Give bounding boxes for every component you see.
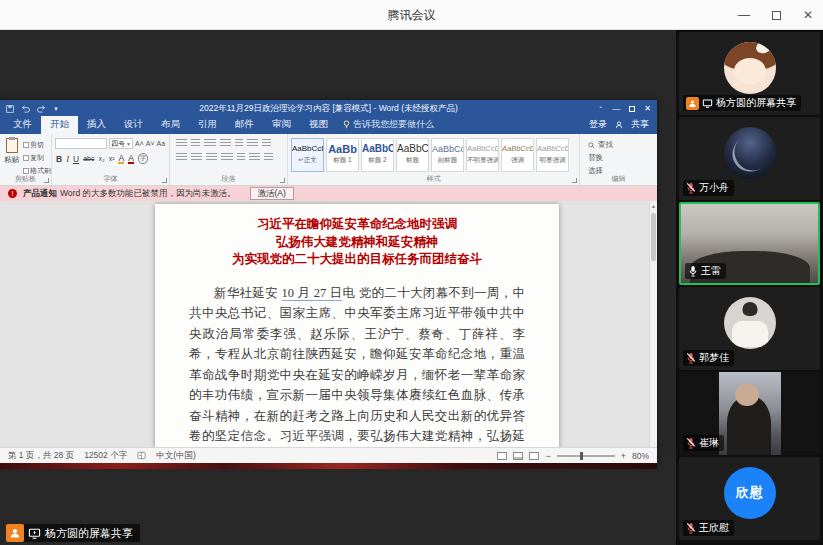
tab-layout[interactable]: 布局 xyxy=(152,116,189,134)
participant-tile[interactable]: 郭梦佳 xyxy=(679,287,820,370)
doc-heading-line3: 为实现党的二十大提出的目标任务而团结奋斗 xyxy=(189,251,525,269)
read-mode-icon[interactable] xyxy=(497,452,507,460)
bullets-icon[interactable] xyxy=(176,139,187,148)
styles-dialog-launcher[interactable] xyxy=(572,178,577,183)
find-button[interactable]: 查找 xyxy=(588,140,657,150)
tab-view[interactable]: 视图 xyxy=(300,116,337,134)
paste-button[interactable]: 粘贴 xyxy=(0,134,23,175)
align-center-icon[interactable] xyxy=(191,153,202,162)
print-layout-icon[interactable] xyxy=(513,452,523,460)
style-heading2[interactable]: AaBbC标题 2 xyxy=(361,138,394,172)
underline-button[interactable]: U xyxy=(73,154,79,164)
increase-indent-icon[interactable] xyxy=(235,139,243,148)
account-area: 登录 共享 xyxy=(589,118,649,134)
align-left-icon[interactable] xyxy=(176,153,187,162)
font-color-button[interactable]: A xyxy=(128,154,134,164)
zoom-out-icon[interactable]: − xyxy=(545,451,550,461)
participant-tile[interactable]: 欣慰 王欣慰 xyxy=(679,457,820,540)
participant-tile-sharing[interactable]: 杨方圆的屏幕共享 xyxy=(679,32,820,115)
notice-title: 产品通知 xyxy=(23,188,57,198)
tell-me-box[interactable]: 告诉我您想要做什么 xyxy=(337,116,440,134)
word-close-icon[interactable]: ✕ xyxy=(644,104,651,113)
web-layout-icon[interactable] xyxy=(529,452,539,460)
sign-in-link[interactable]: 登录 xyxy=(589,118,607,131)
tencent-meeting-window: 腾讯会议 — ✕ ▼ 2022年11月29日政治理论学习内容 [兼容模式] - … xyxy=(0,0,823,545)
page-indicator[interactable]: 第 1 页，共 28 页 xyxy=(8,450,74,462)
editing-group: 查找 替换 选择 编辑 xyxy=(580,134,657,185)
zoom-in-icon[interactable]: + xyxy=(621,451,626,461)
doc-heading-line2: 弘扬伟大建党精神和延安精神 xyxy=(189,234,525,252)
cut-button[interactable]: 剪切 xyxy=(23,140,51,150)
save-icon[interactable] xyxy=(6,105,14,113)
proofing-icon[interactable] xyxy=(137,451,146,460)
paragraph-dialog-launcher[interactable] xyxy=(280,178,285,183)
align-right-icon[interactable] xyxy=(206,153,217,162)
numbering-icon[interactable] xyxy=(191,139,200,148)
participant-tile[interactable]: 崔琳 xyxy=(679,372,820,455)
enclose-characters-button[interactable]: 字 xyxy=(138,153,149,164)
italic-button[interactable]: I xyxy=(66,154,69,164)
share-link[interactable]: 共享 xyxy=(631,118,649,131)
style-subtitle[interactable]: AaBbCc副标题 xyxy=(431,138,464,172)
strikethrough-button[interactable]: abc xyxy=(83,155,94,162)
tab-design[interactable]: 设计 xyxy=(115,116,152,134)
style-intense-emphasis[interactable]: AaBbCcDd明显强调 xyxy=(536,138,569,172)
qat-customize-icon[interactable]: ▼ xyxy=(53,106,59,112)
subscript-button[interactable]: x₂ xyxy=(98,155,104,162)
replace-button[interactable]: 替换 xyxy=(588,153,657,163)
word-minimize-icon[interactable]: — xyxy=(612,104,620,113)
paragraph-group: 段落 xyxy=(170,134,288,185)
word-window: ▼ 2022年11月29日政治理论学习内容 [兼容模式] - Word (未经授… xyxy=(0,100,657,463)
vertical-scrollbar[interactable]: ▲ xyxy=(649,201,657,447)
shading-icon[interactable] xyxy=(249,153,260,162)
style-subtle-emphasis[interactable]: AaBbCcDd不明显强调 xyxy=(466,138,499,172)
word-count[interactable]: 12502 个字 xyxy=(84,450,127,462)
style-title[interactable]: AaBbC标题 xyxy=(396,138,429,172)
scrollbar-thumb[interactable] xyxy=(651,213,656,261)
tab-references[interactable]: 引用 xyxy=(189,116,226,134)
zoom-level[interactable]: 80% xyxy=(632,451,649,461)
style-emphasis[interactable]: AaBbCcDd强调 xyxy=(501,138,534,172)
undo-icon[interactable] xyxy=(21,105,30,113)
activate-button[interactable]: 激活(A) xyxy=(250,187,294,200)
tab-insert[interactable]: 插入 xyxy=(78,116,115,134)
bold-button[interactable]: B xyxy=(56,154,62,164)
show-marks-icon[interactable] xyxy=(262,139,271,148)
font-name-combobox[interactable] xyxy=(55,138,107,149)
close-icon[interactable]: ✕ xyxy=(803,8,813,22)
copy-button[interactable]: 复制 xyxy=(23,153,51,163)
justify-icon[interactable] xyxy=(221,153,233,162)
minimize-icon[interactable]: — xyxy=(738,8,750,22)
tab-home[interactable]: 开始 xyxy=(41,116,78,134)
zoom-slider-thumb[interactable] xyxy=(580,452,583,460)
participant-label: 崔琳 xyxy=(683,435,724,451)
document-page[interactable]: 习近平在瞻仰延安革命纪念地时强调 弘扬伟大建党精神和延安精神 为实现党的二十大提… xyxy=(155,204,559,447)
scroll-up-icon[interactable]: ▲ xyxy=(650,201,657,209)
tab-file[interactable]: 文件 xyxy=(4,116,41,134)
change-case-icon[interactable]: Aa xyxy=(157,140,166,147)
style-heading1[interactable]: AaBb标题 1 xyxy=(326,138,359,172)
superscript-button[interactable]: x² xyxy=(109,155,115,162)
ribbon-options-icon[interactable]: ⌃ xyxy=(598,105,603,112)
decrease-indent-icon[interactable] xyxy=(220,139,231,148)
participant-tile[interactable]: 万小舟 xyxy=(679,117,820,200)
grow-font-icon[interactable]: A˄ xyxy=(135,140,144,147)
zoom-slider[interactable] xyxy=(557,455,615,457)
line-spacing-icon[interactable] xyxy=(237,153,245,162)
tab-mailings[interactable]: 邮件 xyxy=(226,116,263,134)
participant-tile-speaking[interactable]: 王雷 xyxy=(679,202,820,285)
tab-review[interactable]: 审阅 xyxy=(263,116,300,134)
shrink-font-icon[interactable]: A˅ xyxy=(146,140,155,147)
clipboard-dialog-launcher[interactable] xyxy=(44,178,49,183)
redo-icon[interactable] xyxy=(37,105,46,113)
style-normal[interactable]: AaBbCcDd↵正文 xyxy=(291,138,324,172)
font-size-combobox[interactable]: 四号▼ xyxy=(109,138,133,149)
font-dialog-launcher[interactable] xyxy=(162,178,167,183)
maximize-icon[interactable] xyxy=(772,11,781,20)
borders-icon[interactable] xyxy=(264,153,273,162)
language-indicator[interactable]: 中文(中国) xyxy=(156,450,196,462)
multilevel-list-icon[interactable] xyxy=(204,139,216,148)
word-maximize-icon[interactable] xyxy=(629,106,635,112)
highlight-color-button[interactable]: A xyxy=(118,154,124,164)
sort-icon[interactable] xyxy=(247,139,258,148)
